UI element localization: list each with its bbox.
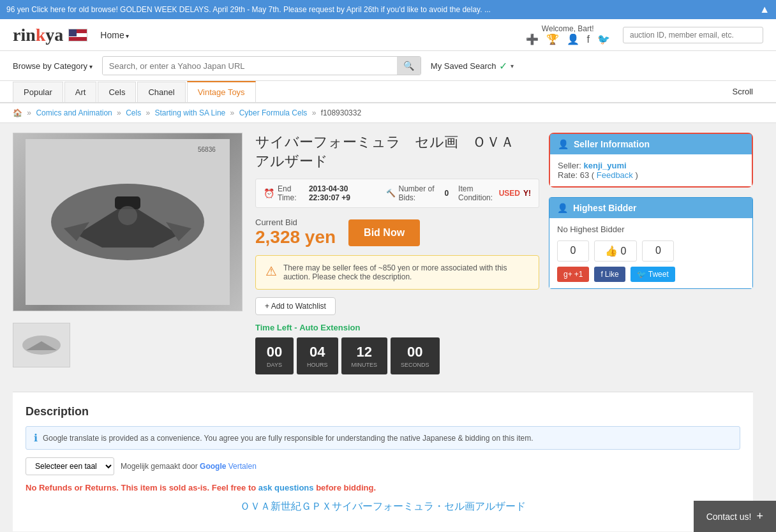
count-3: 0 — [655, 245, 661, 256]
no-bidder-text: No Highest Bidder — [557, 225, 745, 234]
search-button[interactable]: 🔍 — [397, 57, 421, 75]
saved-search[interactable]: My Saved Search ✓ ▾ — [431, 60, 514, 72]
saved-search-label: My Saved Search — [431, 61, 496, 71]
yahoo-icon: Y! — [523, 189, 531, 198]
breadcrumb-comics[interactable]: Comics and Animation — [36, 108, 112, 117]
tab-chanel[interactable]: Chanel — [137, 82, 185, 102]
bids-label: Number of Bids: — [399, 184, 442, 202]
breadcrumb-cels[interactable]: Cels — [126, 108, 141, 117]
tab-popular[interactable]: Popular — [13, 82, 63, 102]
welcome-text: Welcome, Bart! — [542, 24, 594, 33]
end-time-label: End Time: — [278, 184, 306, 202]
bidder-avatar-icon: 👤 — [557, 203, 568, 213]
image-placeholder: 56836 — [13, 133, 242, 311]
tab-cels[interactable]: Cels — [98, 82, 136, 102]
gplus-icon: g+ — [563, 270, 572, 279]
google-plus-button[interactable]: g+ +1 — [557, 267, 589, 282]
facebook-icon[interactable]: f — [587, 34, 590, 45]
tab-art[interactable]: Art — [64, 82, 97, 102]
timer: 00 DAYS 04 HOURS 12 MINUTES 00 — [255, 337, 539, 374]
flag-icon — [68, 29, 87, 41]
header-search-input[interactable] — [623, 27, 763, 43]
add-icon[interactable]: ➕ — [526, 33, 539, 45]
end-time: ⏰ End Time: 2013-04-30 22:30:07 +9 — [264, 184, 377, 202]
top-banner[interactable]: 96 yen Click here for old browse! GOLDEN… — [0, 0, 776, 19]
fb-icon: f — [601, 270, 602, 279]
google-translate-label: Mogelijk gemaakt door Google Vertalen — [121, 462, 257, 471]
bids-value: 0 — [444, 189, 449, 198]
price-section: Current Bid 2,328 yen Bid Now — [255, 218, 539, 248]
user-icon[interactable]: 👤 — [567, 33, 579, 45]
seller-label: Seller: — [558, 161, 581, 170]
facebook-like-button[interactable]: f Like — [594, 267, 625, 282]
logo-text: rinkya — [13, 25, 63, 45]
seller-name-link[interactable]: kenji_yumi — [583, 161, 626, 170]
translate-notice: ℹ Google translate is provided as a conv… — [26, 426, 740, 450]
header: rinkya Home Welcome, Bart! ➕ 🏆 👤 f 🐦 — [0, 19, 776, 51]
seller-info-title: Seller Information — [574, 139, 650, 149]
trophy-icon[interactable]: 🏆 — [546, 33, 559, 45]
breadcrumb-cyber[interactable]: Cyber Formula Cels — [239, 108, 308, 117]
banner-arrow-icon[interactable]: ▲ — [759, 4, 770, 15]
product-desc-title: ＯＶＡ新世紀ＧＰＸサイバーフォーミュラ・セル画アルザード — [26, 500, 740, 514]
count-box-1: 0 — [557, 240, 589, 262]
home-nav[interactable]: Home — [100, 30, 129, 40]
breadcrumb-sa-line[interactable]: Starting with SA Line — [155, 108, 226, 117]
timer-hours: 04 HOURS — [297, 337, 338, 374]
seller-avatar-icon: 👤 — [558, 139, 569, 149]
timer-seconds: 00 SECONDS — [391, 337, 440, 374]
thumbnail-1[interactable] — [13, 323, 70, 367]
thumbs-up-icon: 👍 — [605, 246, 618, 256]
product-meta: ⏰ End Time: 2013-04-30 22:30:07 +9 🔨 Num… — [255, 179, 539, 208]
contact-us-label: Contact us! — [706, 512, 752, 522]
scroll-button[interactable]: Scroll — [722, 82, 763, 101]
end-time-value: 2013-04-30 22:30:07 +9 — [309, 184, 377, 202]
nav-tabs: Popular Art Cels Chanel Vintage Toys Scr… — [0, 81, 776, 103]
condition: Item Condition: USED Y! — [458, 184, 531, 202]
seller-info-wrapper: 👤 Seller Information Seller: kenji_yumi … — [549, 133, 753, 188]
main-content: 56836 サイバーフォーミュラ セル画 ＯＶＡ アルザード — [0, 123, 766, 532]
seller-rate-row: Rate: 63 ( Feedback ) — [558, 170, 744, 180]
count-box-2: 👍 0 — [594, 240, 637, 262]
condition-value: USED — [499, 189, 520, 198]
vertalen-link[interactable]: Vertalen — [228, 462, 257, 471]
current-bid-label: Current Bid — [255, 218, 336, 227]
time-left-section: Time Left - Auto Extension 00 DAYS 04 HO… — [255, 323, 539, 374]
highest-bidder-header: 👤 Highest Bidder — [549, 198, 752, 218]
time-left-label: Time Left - Auto Extension — [255, 323, 539, 332]
breadcrumb-home[interactable]: 🏠 — [13, 108, 22, 117]
tab-vintage-toys[interactable]: Vintage Toys — [187, 81, 256, 102]
watchlist-button[interactable]: + Add to Watchlist — [255, 297, 336, 315]
feedback-link[interactable]: Feedback — [597, 170, 633, 180]
logo[interactable]: rinkya — [13, 25, 87, 45]
count-box-3: 0 — [642, 240, 674, 262]
condition-label: Item Condition: — [458, 184, 496, 202]
thumbnail-strip — [13, 323, 243, 367]
banner-text: 96 yen Click here for old browse! GOLDEN… — [6, 5, 491, 14]
highest-bidder-content: No Highest Bidder 0 👍 0 0 — [549, 218, 752, 288]
clock-icon: ⏰ — [264, 188, 274, 198]
seller-info-box: 👤 Seller Information Seller: kenji_yumi … — [549, 133, 753, 188]
language-select[interactable]: Selecteer een taal — [26, 457, 114, 475]
bid-now-button[interactable]: Bid Now — [348, 219, 420, 246]
saved-check-icon: ✓ — [499, 60, 507, 72]
main-search-input[interactable] — [103, 57, 397, 75]
social-counts: 0 👍 0 0 — [557, 240, 745, 262]
social-buttons: g+ +1 f Like 🐦 Tweet — [557, 267, 745, 282]
browse-category[interactable]: Browse by Category — [13, 61, 93, 71]
ask-questions-link[interactable]: ask questions — [258, 483, 314, 492]
highest-bidder-box: 👤 Highest Bidder No Highest Bidder 0 👍 0 — [549, 197, 753, 289]
twitter-icon[interactable]: 🐦 — [597, 33, 610, 45]
fee-warning-text: There may be seller fees of ~850 yen or … — [283, 263, 529, 281]
contact-plus-icon: + — [756, 510, 763, 523]
info-icon: ℹ — [34, 432, 38, 444]
main-product-image[interactable]: 56836 — [13, 133, 243, 311]
contact-us-button[interactable]: Contact us! + — [694, 501, 776, 532]
no-refunds-text: No Refunds or Returns. This item is sold… — [26, 483, 740, 492]
product-row: 56836 サイバーフォーミュラ セル画 ＯＶＡ アルザード — [13, 133, 753, 382]
category-bar: Browse by Category 🔍 My Saved Search ✓ ▾ — [0, 51, 776, 81]
twitter-tweet-button[interactable]: 🐦 Tweet — [630, 267, 675, 282]
breadcrumb-item-id: f108930332 — [321, 108, 361, 117]
search-bar: 🔍 — [102, 56, 421, 75]
seller-sidebar: 👤 Seller Information Seller: kenji_yumi … — [549, 133, 753, 382]
